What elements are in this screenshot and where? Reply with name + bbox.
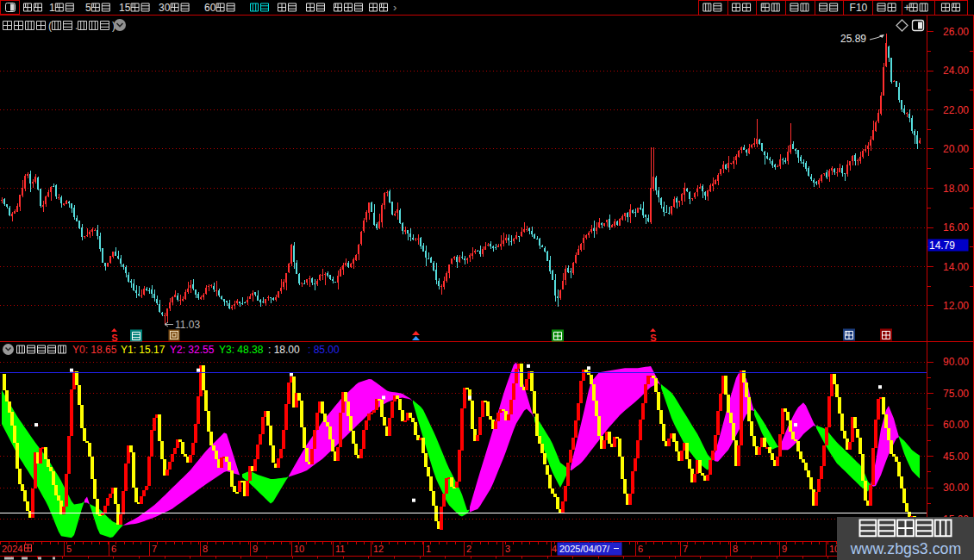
svg-text:F10: F10	[850, 2, 868, 14]
svg-text:1: 1	[49, 2, 55, 14]
svg-text:S: S	[650, 333, 656, 343]
svg-text:7: 7	[683, 544, 688, 554]
svg-text:45.00: 45.00	[943, 451, 969, 463]
svg-text:18.00: 18.00	[943, 183, 969, 195]
svg-text:6: 6	[111, 544, 116, 554]
svg-text:30.00: 30.00	[943, 482, 969, 494]
svg-text:›: ›	[393, 1, 396, 14]
svg-text:90.00: 90.00	[943, 356, 969, 368]
svg-text:S: S	[111, 333, 117, 343]
svg-text:20.00: 20.00	[943, 143, 969, 155]
svg-text:5: 5	[66, 544, 72, 554]
svg-text:2: 2	[466, 544, 471, 554]
svg-text:7: 7	[152, 544, 157, 554]
svg-text:2025/04/07/: 2025/04/07/	[559, 544, 610, 554]
svg-text:3: 3	[505, 544, 510, 554]
svg-text:9: 9	[253, 544, 258, 554]
svg-text:26.00: 26.00	[943, 26, 969, 38]
svg-text:Y0: 18.65: Y0: 18.65	[72, 344, 117, 356]
svg-text:6: 6	[638, 544, 643, 554]
svg-text:60.00: 60.00	[943, 419, 969, 431]
svg-text:14.79: 14.79	[929, 240, 955, 252]
svg-text:1: 1	[426, 544, 431, 554]
svg-text:15: 15	[119, 2, 131, 14]
svg-text:(: (	[48, 20, 52, 32]
svg-text:22.00: 22.00	[943, 104, 969, 116]
svg-text:60: 60	[204, 2, 216, 14]
svg-text:12: 12	[373, 544, 384, 554]
svg-text:.: .	[75, 20, 78, 32]
svg-text:14.00: 14.00	[943, 261, 969, 273]
svg-text:30: 30	[159, 2, 171, 14]
svg-text:75.00: 75.00	[943, 388, 969, 400]
svg-text:www.zbgs3.com: www.zbgs3.com	[850, 540, 961, 557]
svg-text:Y1: 15.17: Y1: 15.17	[121, 344, 165, 356]
svg-text:10: 10	[294, 544, 304, 554]
svg-text:11: 11	[335, 544, 345, 554]
svg-text:16.00: 16.00	[943, 221, 969, 233]
svg-text:8: 8	[733, 544, 738, 554]
svg-text:11.03: 11.03	[175, 319, 200, 331]
svg-text:Y2: 32.55: Y2: 32.55	[170, 344, 215, 356]
svg-text:: 85.00: : 85.00	[308, 344, 340, 356]
svg-text:9: 9	[782, 544, 787, 554]
svg-text:5: 5	[85, 2, 91, 14]
svg-text:25.89: 25.89	[840, 33, 866, 45]
svg-text:12.00: 12.00	[943, 300, 969, 312]
svg-text:8: 8	[203, 544, 208, 554]
svg-text:4: 4	[552, 544, 557, 554]
svg-text:2024: 2024	[2, 544, 22, 554]
svg-text:: 18.00: : 18.00	[268, 344, 300, 356]
svg-text:Y3: 48.38: Y3: 48.38	[219, 344, 264, 356]
svg-text:24.00: 24.00	[943, 65, 969, 77]
